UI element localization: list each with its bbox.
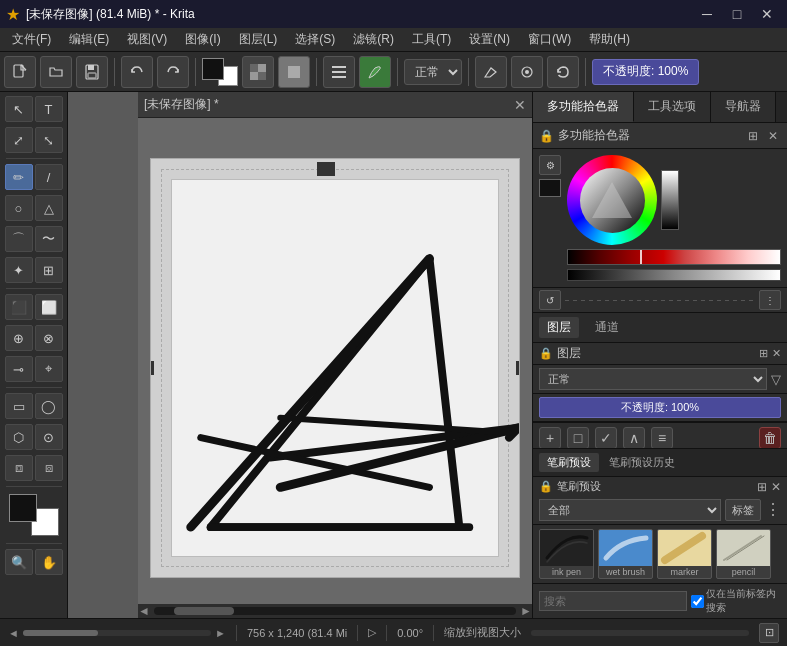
tool-measure[interactable]: ⊸: [5, 356, 33, 382]
statusbar-end-button[interactable]: ⊡: [759, 623, 779, 643]
brush-item-3[interactable]: pencil: [716, 529, 771, 579]
pattern-button[interactable]: [242, 56, 274, 88]
menu-window[interactable]: 窗口(W): [520, 29, 579, 50]
menu-edit[interactable]: 编辑(E): [61, 29, 117, 50]
merge-layer-button[interactable]: ✓: [595, 427, 617, 448]
scroll-left-arrow[interactable]: ◄: [138, 604, 150, 618]
tool-multi[interactable]: ⊞: [35, 257, 63, 283]
layers-tab-channels[interactable]: 通道: [587, 317, 627, 338]
tool-pan[interactable]: ✋: [35, 549, 63, 575]
reset-button[interactable]: [547, 56, 579, 88]
tool-crop[interactable]: ⌖: [35, 356, 63, 382]
tool-freehand-select[interactable]: ⊙: [35, 424, 63, 450]
brush-filter-select[interactable]: 全部: [539, 499, 721, 521]
tool-ellipse-select[interactable]: ◯: [35, 393, 63, 419]
menu-layer[interactable]: 图层(L): [231, 29, 286, 50]
undo-button[interactable]: [121, 56, 153, 88]
canvas-close-button[interactable]: ✕: [514, 97, 526, 113]
statusbar-scroll-right[interactable]: ►: [215, 627, 226, 639]
tool-freehand[interactable]: ✏: [5, 164, 33, 190]
maximize-button[interactable]: □: [723, 0, 751, 28]
scroll-right-arrow[interactable]: ►: [520, 604, 532, 618]
tab-color-picker[interactable]: 多功能拾色器: [533, 92, 634, 122]
menu-tools[interactable]: 工具(T): [404, 29, 459, 50]
fg-color-swatch[interactable]: [202, 58, 224, 80]
canvas-scroll[interactable]: ◄ ►: [138, 604, 532, 618]
tool-gradient[interactable]: ⬜: [35, 294, 63, 320]
menu-settings[interactable]: 设置(N): [461, 29, 518, 50]
brush-tab-history[interactable]: 笔刷预设历史: [601, 453, 683, 472]
tool-colorpick[interactable]: ⊕: [5, 325, 33, 351]
redo-button[interactable]: [157, 56, 189, 88]
tab-navigator[interactable]: 导航器: [711, 92, 776, 122]
menu-image[interactable]: 图像(I): [177, 29, 228, 50]
brush-tab-presets[interactable]: 笔刷预设: [539, 453, 599, 472]
color-settings-button[interactable]: ⚙: [539, 155, 561, 175]
tool-contiguous-select[interactable]: ⧈: [5, 455, 33, 481]
menu-file[interactable]: 文件(F): [4, 29, 59, 50]
tool-text[interactable]: T: [35, 96, 63, 122]
brush-options-button[interactable]: ⋮: [765, 502, 781, 518]
brush-item-2[interactable]: marker: [657, 529, 712, 579]
pattern2-button[interactable]: [278, 56, 310, 88]
layers-filter-icon[interactable]: ▽: [771, 372, 781, 387]
new-doc-button[interactable]: [4, 56, 36, 88]
layers-blend-mode[interactable]: 正常: [539, 368, 767, 390]
open-button[interactable]: [40, 56, 72, 88]
tool-transform2[interactable]: ⤡: [35, 127, 63, 153]
minimize-button[interactable]: ─: [693, 0, 721, 28]
tool-poly[interactable]: △: [35, 195, 63, 221]
blend-mode-select[interactable]: 正常: [404, 59, 462, 85]
brush-search-input[interactable]: [539, 591, 687, 611]
layers-undock-button[interactable]: ⊞: [759, 347, 768, 360]
tool-ellipse[interactable]: ○: [5, 195, 33, 221]
brush-item-0[interactable]: ink pen: [539, 529, 594, 579]
tool-line[interactable]: /: [35, 164, 63, 190]
brush-undock-button[interactable]: ⊞: [757, 480, 767, 494]
tab-tool-options[interactable]: 工具选项: [634, 92, 711, 122]
tool-fill[interactable]: ⬛: [5, 294, 33, 320]
menu-help[interactable]: 帮助(H): [581, 29, 638, 50]
panel-undock-button[interactable]: ⊞: [745, 128, 761, 144]
color-gradient-bar[interactable]: [567, 249, 781, 265]
opacity-button[interactable]: 不透明度: 100%: [592, 59, 699, 85]
add-layer-button[interactable]: +: [539, 427, 561, 448]
tool-zoom[interactable]: 🔍: [5, 549, 33, 575]
layers-tab-layers[interactable]: 图层: [539, 317, 579, 338]
brush-close-button[interactable]: ✕: [771, 480, 781, 494]
group-layer-button[interactable]: □: [567, 427, 589, 448]
color-wheel[interactable]: [567, 155, 657, 245]
brush-item-1[interactable]: wet brush: [598, 529, 653, 579]
menu-filter[interactable]: 滤镜(R): [345, 29, 402, 50]
brush-type-button[interactable]: [359, 56, 391, 88]
fg-color-block[interactable]: [9, 494, 37, 522]
tool-similar-select[interactable]: ⧇: [35, 455, 63, 481]
tool-dyna[interactable]: ✦: [5, 257, 33, 283]
tool-select[interactable]: ↖: [5, 96, 33, 122]
scroll-thumb[interactable]: [174, 607, 234, 615]
color-menu-button[interactable]: ⋮: [759, 290, 781, 310]
tool-freehand2[interactable]: 〜: [35, 226, 63, 252]
lightness-slider[interactable]: [661, 170, 679, 230]
statusbar-scroll-left[interactable]: ◄: [8, 627, 19, 639]
close-button[interactable]: ✕: [753, 0, 781, 28]
color-reset-button[interactable]: ↺: [539, 290, 561, 310]
tool-assistant[interactable]: ⊗: [35, 325, 63, 351]
move-up-button[interactable]: ∧: [623, 427, 645, 448]
tool-rect-select[interactable]: ▭: [5, 393, 33, 419]
save-button[interactable]: [76, 56, 108, 88]
panel-close-button[interactable]: ✕: [765, 128, 781, 144]
layer-menu-button[interactable]: ≡: [651, 427, 673, 448]
color-small-gradient[interactable]: [567, 269, 781, 281]
delete-layer-button[interactable]: 🗑: [759, 427, 781, 448]
brush-tag-button[interactable]: 标签: [725, 499, 761, 521]
brush-settings-button[interactable]: [323, 56, 355, 88]
color-display-black[interactable]: [539, 179, 561, 197]
canvas-drawing-area[interactable]: ◄ ►: [138, 118, 532, 618]
layers-opacity-button[interactable]: 不透明度: 100%: [539, 397, 781, 418]
brush-search-checkbox[interactable]: [691, 595, 704, 608]
menu-select[interactable]: 选择(S): [287, 29, 343, 50]
menu-view[interactable]: 视图(V): [119, 29, 175, 50]
zoom-slider[interactable]: [531, 630, 749, 636]
statusbar-hscroll[interactable]: [23, 630, 211, 636]
